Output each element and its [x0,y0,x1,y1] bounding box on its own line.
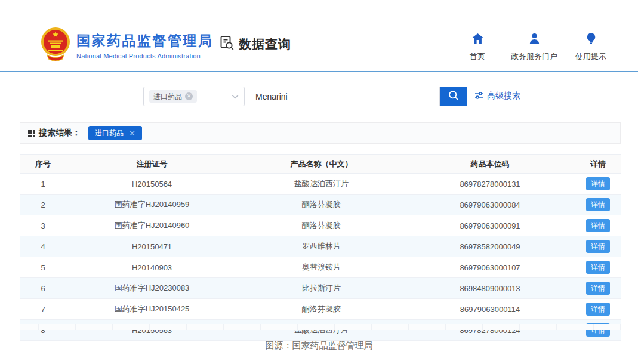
row-index: 4 [20,236,66,257]
drug-code: 86978278000124 [405,320,575,341]
registration-number: 国药准字HJ20140959 [66,195,238,215]
registration-number: 国药准字HJ20230083 [66,278,238,299]
filter-tag-close-icon[interactable]: ✕ [129,129,135,138]
table-header-row: 序号注册证号产品名称（中文）药品本位码详情 [20,155,621,174]
detail-button[interactable]: 详情 [586,219,610,232]
data-query-title: 数据查询 [218,35,291,53]
table-row: 8H20150563盐酸达泊西汀片86978278000124详情 [20,320,621,341]
table-body: 1H20150564盐酸达泊西汀片86978278000131详情2国药准字HJ… [20,174,621,341]
drug-code: 86979063000114 [405,299,575,320]
detail-cell: 详情 [575,278,621,299]
partial-cell [113,324,131,330]
partial-cell [335,324,353,330]
product-name: 酮洛芬凝胶 [238,195,405,215]
detail-button[interactable]: 详情 [586,240,610,253]
detail-button[interactable]: 详情 [586,303,610,316]
table-row: 4H20150471罗西维林片86978582000049详情 [20,236,621,257]
sliders-icon [474,91,483,101]
column-header: 注册证号 [66,155,238,174]
registration-number: 国药准字HJ20150425 [66,299,238,320]
partial-cell [446,324,464,330]
row-index: 5 [20,257,66,278]
partial-cell [483,324,501,330]
filter-tag-imported-drugs[interactable]: 进口药品 ✕ [88,126,142,140]
partial-next-row [20,324,621,330]
detail-cell: 详情 [575,195,621,215]
home-icon [471,33,484,47]
partial-cell [224,324,242,330]
advanced-search-label: 高级搜索 [487,91,520,101]
product-name: 酮洛芬凝胶 [238,299,405,320]
nmpa-emblem-logo [39,26,72,62]
partial-cell [131,324,150,330]
results-table: 序号注册证号产品名称（中文）药品本位码详情 1H20150564盐酸达泊西汀片8… [20,154,621,341]
product-name: 盐酸达泊西汀片 [238,174,405,195]
results-label-text: 搜索结果： [39,128,81,138]
org-title-block: 国家药品监督管理局 National Medical Products Admi… [76,32,214,60]
partial-cell [464,324,483,330]
column-header: 产品名称（中文） [238,155,405,174]
partial-cell [242,324,261,330]
drug-code: 86984809000013 [405,278,575,299]
search-icon [448,90,460,103]
partial-cell [538,324,557,330]
product-name: 罗西维林片 [238,236,405,257]
app-title: 数据查询 [239,36,291,53]
row-index: 1 [20,174,66,195]
results-bar: 搜索结果： 进口药品 ✕ [20,122,621,144]
filter-tag-label: 进口药品 [95,128,124,138]
row-index: 6 [20,278,66,299]
product-name: 酮洛芬凝胶 [238,215,405,236]
partial-cell [168,324,187,330]
nav-service-portal[interactable]: 政务服务门户 [511,33,557,62]
search-input[interactable] [248,87,440,106]
user-icon [528,33,541,47]
detail-button[interactable]: 详情 [586,198,610,211]
partial-cell [150,324,168,330]
registration-number: H20150563 [66,320,238,341]
partial-cell [520,324,538,330]
detail-button[interactable]: 详情 [586,261,610,274]
row-index: 3 [20,215,66,236]
results-label: 搜索结果： [28,128,81,138]
partial-cell [594,324,612,330]
search-category-select[interactable]: 进口药品 ✕ [143,87,245,106]
bulb-icon [586,33,596,47]
partial-cell [76,324,94,330]
search-button[interactable] [440,87,467,106]
partial-cell [575,324,594,330]
partial-cell [57,324,76,330]
category-tag-label: 进口药品 [153,93,182,100]
registration-number: H20140903 [66,257,238,278]
advanced-search-link[interactable]: 高级搜索 [474,91,520,101]
drug-code: 86979063000084 [405,195,575,215]
partial-cell [372,324,390,330]
table-row: 1H20150564盐酸达泊西汀片86978278000131详情 [20,174,621,195]
nav-label: 使用提示 [575,51,606,62]
drug-code: 86979063000107 [405,257,575,278]
product-name: 奥替溴铵片 [238,257,405,278]
partial-cell [261,324,279,330]
detail-cell: 详情 [575,236,621,257]
detail-button[interactable]: 详情 [586,177,610,190]
registration-number: H20150471 [66,236,238,257]
product-name: 比拉斯汀片 [238,278,405,299]
page: 国家药品监督管理局 National Medical Products Admi… [0,0,638,364]
partial-cell [353,324,372,330]
category-tag-close-icon[interactable]: ✕ [185,92,193,100]
detail-cell: 详情 [575,174,621,195]
image-source-caption: 图源：国家药品监督管理局 [0,340,638,351]
nav-home[interactable]: 首页 [461,33,494,62]
detail-cell: 详情 [575,299,621,320]
partial-cell [279,324,298,330]
chevron-down-icon [232,94,239,99]
registration-number: 国药准字HJ20140960 [66,215,238,236]
partial-cell [187,324,205,330]
nav-usage-tips[interactable]: 使用提示 [574,33,608,62]
table-row: 7国药准字HJ20150425酮洛芬凝胶86979063000114详情 [20,299,621,320]
partial-cell [316,324,335,330]
header-nav: 首页 政务服务门户 使用提示 [461,33,608,62]
partial-cell [612,324,621,330]
drug-code: 86978278000131 [405,174,575,195]
detail-button[interactable]: 详情 [586,282,610,295]
